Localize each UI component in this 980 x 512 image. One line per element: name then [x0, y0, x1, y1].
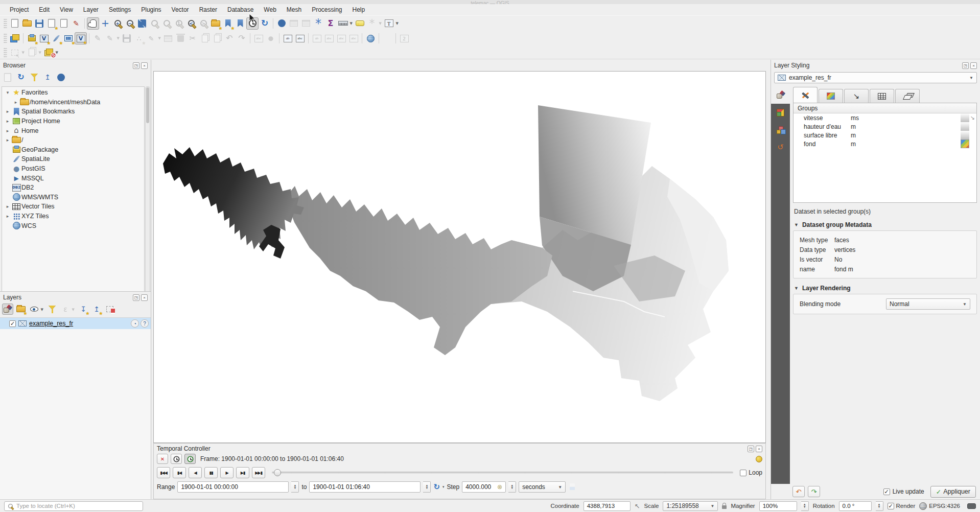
menu-layer[interactable]: Layer	[79, 5, 103, 14]
menu-mesh[interactable]: Mesh	[282, 5, 306, 14]
browser-item-vector-tiles[interactable]: ▸Vector Tiles	[2, 202, 144, 212]
play-backward-button[interactable]: ◀	[189, 467, 202, 478]
browser-item-home[interactable]: ▸⌂Home	[2, 126, 144, 135]
menu-processing[interactable]: Processing	[307, 5, 346, 14]
range-refresh-dropdown[interactable]: ▾	[442, 485, 445, 489]
run-feature-action-icon[interactable]: *▼	[366, 17, 378, 30]
range-refresh-icon[interactable]: ↻	[433, 482, 440, 492]
layer-row-example-res-fr[interactable]: ✓ example_res_fr ◔ ?	[0, 318, 151, 329]
python-console-icon[interactable]	[381, 32, 393, 44]
change-label-icon[interactable]: abc	[347, 32, 360, 44]
layer-diagram-options-icon[interactable]: abc	[294, 32, 306, 44]
select-features-icon[interactable]: ▼	[9, 46, 21, 59]
skip-to-start-button[interactable]: ▮◀◀	[157, 467, 170, 478]
group-ramp-column[interactable]	[961, 113, 969, 122]
identify-features-icon[interactable]	[275, 17, 288, 30]
current-edits-icon[interactable]: ✎	[91, 32, 104, 44]
dataset-group-hauteur-d-eau[interactable]: hauteur d'eaum	[794, 122, 976, 131]
manage-map-themes-icon[interactable]: ▼	[29, 304, 40, 315]
layers-close-button[interactable]: ×	[141, 294, 148, 301]
dataset-group-surface-libre[interactable]: surface librem	[794, 131, 976, 139]
temporal-off-button[interactable]: ✕	[157, 454, 168, 464]
toolbar-handle[interactable]	[4, 48, 7, 58]
menu-help[interactable]: Help	[348, 5, 370, 14]
lock-scale-icon[interactable]	[722, 505, 727, 509]
messages-icon[interactable]	[967, 503, 976, 509]
style-manager-icon[interactable]: ✎	[70, 17, 82, 30]
step-unit-combo[interactable]: seconds▼	[519, 481, 566, 493]
measure-line-icon[interactable]: ▼	[337, 17, 349, 30]
menu-edit[interactable]: Edit	[34, 5, 54, 14]
new-virtual-layer-icon[interactable]: V★	[75, 32, 87, 44]
layer-labeling-options-icon[interactable]: ab	[282, 32, 294, 44]
temporal-close-button[interactable]: ×	[756, 446, 762, 452]
undo-icon[interactable]: ↶	[223, 32, 236, 44]
tree-expander-icon[interactable]: ▸	[12, 100, 19, 105]
menu-project[interactable]: Project	[5, 5, 33, 14]
open-data-source-manager-icon[interactable]	[9, 32, 21, 44]
menu-settings[interactable]: Settings	[104, 5, 135, 14]
zoom-to-selection-icon[interactable]	[148, 17, 160, 30]
save-project-icon[interactable]	[33, 17, 45, 30]
tab-contours[interactable]	[819, 89, 843, 103]
magnifier-input[interactable]: 100%	[759, 501, 797, 511]
cut-features-icon[interactable]: ✂	[186, 32, 199, 44]
zoom-in-icon[interactable]: +	[111, 17, 124, 30]
refresh-browser-icon[interactable]: ↻	[15, 72, 27, 83]
plugin-2-icon[interactable]: 2	[398, 32, 410, 44]
menu-web[interactable]: Web	[259, 5, 281, 14]
dataset-group-vitesse[interactable]: vitessems↘	[794, 113, 976, 122]
tab-history[interactable]: ↺	[771, 138, 790, 156]
extents-icon[interactable]: ↖	[635, 502, 640, 510]
vertex-tool-icon[interactable]: ✎▼	[145, 32, 157, 44]
pin-unpin-labels-icon[interactable]: ab	[311, 32, 323, 44]
browser-item-spatial-bookmarks[interactable]: ▸Spatial Bookmarks	[2, 107, 144, 117]
show-hide-labels-icon[interactable]: abc	[323, 32, 335, 44]
new-spatial-bookmark-icon[interactable]: ★	[209, 17, 222, 30]
pause-button[interactable]: ▮▮	[204, 467, 218, 478]
collapse-all-icon[interactable]: ↥	[42, 72, 53, 83]
statistical-summary-icon[interactable]: Σ	[324, 17, 337, 30]
delete-selected-icon[interactable]	[174, 32, 186, 44]
remove-layer-icon[interactable]	[104, 304, 115, 315]
live-update-checkbox[interactable]: ✓	[883, 488, 890, 495]
show-spatial-bookmarks-icon[interactable]: ★	[222, 17, 234, 30]
step-spinner[interactable]: ▲▼	[508, 481, 516, 493]
group-contour-ramp-icon[interactable]	[961, 139, 969, 148]
toolbar-handle[interactable]	[4, 18, 7, 29]
tree-expander-icon[interactable]: ▸	[4, 204, 11, 209]
new-project-icon[interactable]	[9, 17, 21, 30]
add-selected-layers-icon[interactable]	[2, 72, 13, 83]
browser-item-xyz-tiles[interactable]: ▸XYZ Tiles	[2, 212, 144, 221]
range-end-spinner[interactable]: ▲▼	[423, 481, 431, 493]
browser-item-wms-wmts[interactable]: WMS/WMTS	[2, 193, 144, 202]
blending-mode-combo[interactable]: Normal▼	[886, 298, 970, 310]
skip-to-end-button[interactable]: ▶▶▮	[252, 467, 265, 478]
tab-mesh-frame[interactable]	[870, 89, 894, 103]
tree-expander-icon[interactable]: ▾	[4, 90, 11, 95]
rotation-input[interactable]: 0.0 °	[839, 501, 872, 511]
layers-float-button[interactable]: ◳	[133, 294, 139, 301]
map-tips-icon[interactable]	[354, 17, 366, 30]
zoom-full-icon[interactable]	[136, 17, 148, 30]
browser-float-button[interactable]: ◳	[133, 62, 139, 69]
toolbar-handle[interactable]	[4, 33, 7, 43]
filter-by-expression-icon[interactable]: ε▼	[60, 304, 71, 315]
expand-all-icon[interactable]: ↧★	[78, 304, 89, 315]
toggle-editing-icon[interactable]: ✎▼	[104, 32, 116, 44]
zoom-to-layer-icon[interactable]	[160, 17, 173, 30]
tree-expander-icon[interactable]: ▸	[4, 137, 11, 143]
new-geopackage-layer-icon[interactable]: ★	[26, 32, 38, 44]
play-forward-button[interactable]: ▶	[220, 467, 234, 478]
tree-expander-icon[interactable]: ▸	[4, 109, 11, 114]
browser-item-geopackage[interactable]: GeoPackage	[2, 145, 144, 155]
tab-vectors[interactable]: ↘	[844, 89, 869, 103]
browser-item-project-home[interactable]: ▸Project Home	[2, 117, 144, 126]
temporal-animated-button[interactable]	[184, 454, 196, 464]
open-layer-styling-panel-icon[interactable]	[2, 304, 13, 315]
step-input[interactable]: 4000.000⊗	[462, 481, 506, 493]
locator-input[interactable]: Type to locate (Ctrl+K)	[4, 501, 143, 511]
browser-item-favorites[interactable]: ▾★Favorites	[2, 88, 144, 98]
label-toolbar-options-icon[interactable]: ●	[265, 32, 277, 44]
styling-redo-button[interactable]: ↷	[808, 486, 820, 497]
